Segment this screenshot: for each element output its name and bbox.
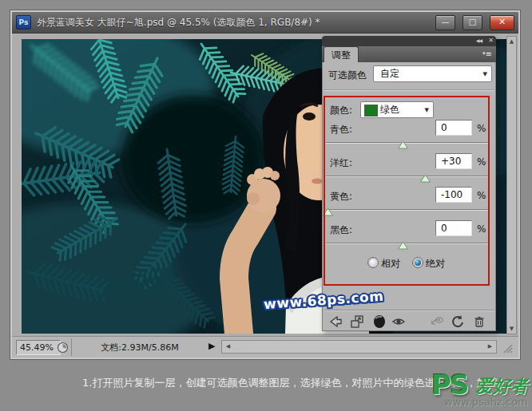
tab-adjustments[interactable]: 调整 [324, 46, 359, 62]
back-arrow-icon[interactable] [328, 314, 343, 330]
slider-track [326, 176, 489, 176]
yellow-slider[interactable] [326, 204, 489, 215]
scroll-up-icon[interactable]: ▲ [507, 37, 516, 46]
scroll-down-icon[interactable]: ▼ [507, 324, 516, 334]
preset-dropdown[interactable]: 自定 ▼ [373, 65, 492, 82]
absolute-label: 绝对 [426, 257, 445, 271]
site-watermark-url: www.psahz.com [444, 396, 528, 408]
preset-label: 可选颜色 [328, 69, 367, 82]
window-title: 外景蓝调美女 大眼仔~旭.psd @ 45.5% (选取颜色 1, RGB/8#… [37, 16, 428, 30]
switch-panel-view-icon[interactable] [349, 314, 365, 330]
divider [324, 310, 494, 310]
method-radio-group: 相对 绝对 [322, 256, 496, 269]
yellow-unit: % [477, 190, 486, 201]
slider-thumb[interactable] [420, 171, 431, 186]
scroll-right-icon[interactable]: ▶ [485, 342, 495, 352]
status-menu-arrow-icon[interactable]: ▶ [208, 341, 215, 351]
black-label: 黑色: [330, 223, 352, 237]
color-swatch [364, 105, 378, 117]
magenta-label: 洋红: [330, 156, 352, 170]
delete-trash-icon[interactable] [471, 314, 487, 330]
magenta-slider[interactable] [326, 171, 489, 182]
view-previous-state-icon[interactable] [429, 314, 445, 330]
photoshop-window: Ps 外景蓝调美女 大眼仔~旭.psd @ 45.5% (选取颜色 1, RGB… [10, 10, 520, 359]
status-bar: 45.49% 文档:2.93M/5.86M ▶ ◀ ▶ [12, 336, 518, 358]
collapse-panel-icon[interactable]: ◀◀ [476, 38, 482, 43]
adjustments-panel: ◀◀ ✕ 调整 ▾≡ 可选颜色 自定 ▼ 颜色: 绿色 ▼ 青色: 0 % [322, 36, 496, 331]
chevron-down-icon: ▼ [483, 66, 487, 81]
slider-track [326, 209, 489, 210]
black-unit: % [477, 223, 486, 235]
absolute-radio[interactable] [412, 257, 423, 268]
cyan-label: 青色: [330, 123, 352, 136]
document-size-info: 文档:2.93M/5.86M [73, 342, 207, 354]
panel-dock-header[interactable]: ◀◀ ✕ [322, 36, 496, 46]
slider-thumb[interactable] [323, 204, 333, 219]
color-label: 颜色: [330, 104, 352, 117]
close-panel-icon[interactable]: ✕ [488, 37, 494, 44]
chevron-down-icon: ▼ [425, 107, 429, 113]
minimize-button[interactable]: — [435, 15, 455, 30]
divider [71, 338, 72, 356]
yellow-value-field[interactable]: -100 [435, 187, 472, 203]
yellow-label: 黄色: [330, 190, 352, 204]
panel-tab-bar: 调整 ▾≡ [322, 46, 496, 62]
slider-thumb[interactable] [398, 137, 408, 152]
divider [324, 89, 494, 90]
horizontal-scrollbar[interactable]: ◀ ▶ [221, 340, 497, 354]
resize-grip[interactable] [501, 342, 514, 354]
cyan-unit: % [477, 123, 486, 134]
close-button[interactable]: ✕ [490, 15, 514, 30]
scroll-left-icon[interactable]: ◀ [223, 342, 233, 352]
zoom-level-field[interactable]: 45.49% [16, 340, 61, 355]
color-dropdown[interactable]: 绿色 ▼ [360, 101, 434, 118]
panel-menu-icon[interactable]: ▾≡ [482, 49, 492, 58]
slider-thumb[interactable] [398, 238, 408, 253]
panel-icon-bar [322, 312, 496, 331]
photoshop-app-icon: Ps [16, 15, 31, 30]
color-value: 绿色 [380, 102, 399, 117]
reset-icon[interactable] [450, 314, 466, 330]
title-bar[interactable]: Ps 外景蓝调美女 大眼仔~旭.psd @ 45.5% (选取颜色 1, RGB… [12, 12, 518, 34]
black-value-field[interactable]: 0 [435, 220, 472, 236]
relative-label: 相对 [381, 257, 400, 271]
clip-to-layer-icon[interactable] [371, 314, 387, 330]
black-slider[interactable] [326, 238, 489, 249]
magenta-value-field[interactable]: +30 [435, 153, 472, 169]
visibility-eye-icon[interactable] [391, 314, 407, 330]
magenta-unit: % [477, 156, 486, 168]
site-watermark-name: 爱好者 [475, 374, 528, 398]
cyan-value-field[interactable]: 0 [435, 120, 472, 136]
cyan-slider[interactable] [326, 137, 489, 148]
clock-icon [57, 342, 69, 357]
maximize-button[interactable]: □ [463, 15, 482, 30]
relative-radio[interactable] [367, 257, 379, 268]
preset-value: 自定 [380, 68, 399, 79]
vertical-scrollbar[interactable]: ▲ ▼ [506, 36, 517, 334]
